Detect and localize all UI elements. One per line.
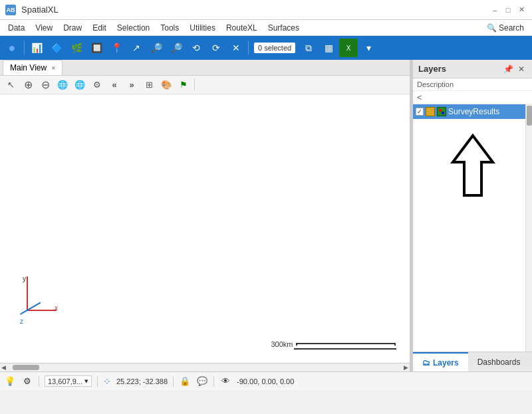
toolbar-btn-5[interactable]: 📍 (107, 39, 126, 57)
menu-routexl[interactable]: RouteXL (221, 20, 263, 35)
globe-btn-2[interactable]: 🌐 (72, 76, 88, 92)
main-view-tab[interactable]: Main View × (3, 60, 63, 75)
search-menu-item[interactable]: 🔍 Search (481, 20, 529, 35)
layers-panel-header: Layers 📌 ✕ (413, 60, 532, 78)
map-hscroll[interactable]: ◀ ▶ (0, 363, 410, 371)
menu-view[interactable]: View (30, 20, 58, 35)
zoom-out-btn[interactable]: ⊖ (37, 76, 53, 92)
status-light-icon[interactable]: 💡 (4, 375, 16, 387)
title-bar: AB SpatialXL – □ ✕ (0, 0, 532, 20)
toolbar-btn-11[interactable]: ✕ (227, 39, 245, 57)
panel-header-buttons: 📌 ✕ (503, 64, 527, 74)
z-axis-label: z (20, 318, 23, 325)
check-icon: ✓ (417, 108, 422, 115)
minimize-button[interactable]: – (489, 5, 500, 15)
toolbar-btn-3[interactable]: 🌿 (67, 39, 86, 57)
map-canvas[interactable]: y x z 300km (0, 94, 410, 363)
map-toolbar-sep (194, 78, 195, 90)
toolbar-btn-2[interactable]: 🔷 (47, 39, 66, 57)
app-title: SpatialXL (21, 5, 59, 15)
toolbar-btn-excel[interactable]: X (339, 39, 358, 57)
main-content: Main View × ↖ ⊕ ⊖ 🌐 🌐 ⚙ « » ⊞ 🎨 ⚑ (0, 60, 532, 371)
toolbar-btn-1[interactable]: 📊 (27, 39, 46, 57)
close-button[interactable]: ✕ (516, 5, 527, 15)
up-arrow-annotation (450, 132, 496, 199)
toolbar-btn-4[interactable]: 🔲 (87, 39, 106, 57)
layer-folder-icon (426, 107, 435, 116)
menu-tools[interactable]: Tools (155, 20, 184, 35)
scroll-right-arrow[interactable]: ▶ (404, 364, 408, 371)
cursor-tool[interactable]: ↖ (3, 76, 19, 92)
vscroll-thumb[interactable] (527, 106, 532, 126)
layers-panel-title: Layers (418, 64, 446, 74)
coord-3-value: -90.00, 0.00, 0.00 (237, 377, 294, 385)
menu-data[interactable]: Data (3, 20, 30, 35)
zoom-in-btn[interactable]: ⊕ (20, 76, 36, 92)
menu-surfaces[interactable]: Surfaces (263, 20, 305, 35)
window-controls: – □ ✕ (489, 5, 527, 15)
layers-body: ✓ SurveyResults (413, 104, 532, 352)
status-bar: 💡 ⚙ 13,607,9... ▾ ⁘ 25.223; -32.388 🔒 💬 … (0, 371, 532, 390)
x-axis-label: x (55, 304, 58, 312)
menu-draw[interactable]: Draw (58, 20, 87, 35)
status-sep-2 (97, 376, 98, 387)
map-section: Main View × ↖ ⊕ ⊖ 🌐 🌐 ⚙ « » ⊞ 🎨 ⚑ (0, 60, 410, 371)
coordinate-system-dropdown[interactable]: 13,607,9... ▾ (45, 375, 92, 387)
map-toolbar: ↖ ⊕ ⊖ 🌐 🌐 ⚙ « » ⊞ 🎨 ⚑ (0, 76, 410, 94)
scroll-left-arrow[interactable]: ◀ (1, 364, 6, 371)
toolbar-btn-6[interactable]: ↗ (127, 39, 146, 57)
settings-btn[interactable]: ⚙ (89, 76, 105, 92)
maximize-button[interactable]: □ (503, 5, 513, 15)
toolbar-btn-copy[interactable]: ⧉ (299, 39, 318, 57)
app-logo-button[interactable]: ● (3, 39, 21, 57)
layers-tab-icon: 🗂 (422, 358, 430, 367)
menu-utilities[interactable]: Utilities (184, 20, 221, 35)
lock-icon[interactable]: 🔒 (179, 375, 191, 387)
flag-btn[interactable]: ⚑ (176, 76, 192, 92)
dashboards-tab[interactable]: Dashboards (468, 352, 530, 371)
toolbar-btn-10[interactable]: ⟳ (207, 39, 225, 57)
toolbar-sep-2 (248, 41, 249, 54)
y-axis-label: y (23, 275, 26, 282)
scale-bar: 300km (270, 340, 396, 350)
layer-item-surveyresults[interactable]: ✓ SurveyResults (413, 104, 532, 119)
color-btn[interactable]: 🎨 (158, 76, 174, 92)
collapse-arrow[interactable]: < (413, 91, 532, 104)
status-sep-3 (173, 376, 174, 387)
prev-btn[interactable]: « (106, 76, 122, 92)
layers-tab[interactable]: 🗂 Layers (413, 352, 468, 371)
bottom-tabs: 🗂 Layers Dashboards (413, 352, 532, 371)
menu-selection[interactable]: Selection (112, 20, 155, 35)
scroll-thumb[interactable] (13, 365, 39, 370)
grid-btn[interactable]: ⊞ (141, 76, 157, 92)
tab-bar: Main View × (0, 60, 410, 76)
pin-button[interactable]: 📌 (503, 64, 513, 74)
layers-vscroll[interactable] (525, 104, 532, 352)
description-label: Description (413, 78, 532, 91)
globe-btn-1[interactable]: 🌐 (55, 76, 70, 92)
main-toolbar: ● 📊 🔷 🌿 🔲 📍 ↗ 🔎 🔎 ⟲ ⟳ ✕ 0 selected ⧉ ▦ X… (0, 36, 532, 60)
layers-panel: Layers 📌 ✕ Description < ✓ SurveyResults (412, 60, 532, 371)
layer-type-icon (437, 107, 446, 116)
toolbar-btn-7[interactable]: 🔎 (147, 39, 166, 57)
svg-marker-0 (453, 136, 493, 195)
toolbar-btn-8[interactable]: 🔎 (167, 39, 186, 57)
next-btn[interactable]: » (124, 76, 140, 92)
coordinate-axes: y x z (20, 276, 60, 323)
status-sep-4 (213, 376, 214, 387)
layer-name: SurveyResults (448, 107, 529, 116)
menu-edit[interactable]: Edit (87, 20, 112, 35)
selection-count: 0 selected (254, 43, 295, 53)
layer-checkbox[interactable]: ✓ (416, 108, 424, 116)
status-gear-icon[interactable]: ⚙ (21, 375, 33, 387)
coord-1-value: 13,607,9... (48, 377, 82, 385)
toolbar-btn-9[interactable]: ⟲ (187, 39, 205, 57)
toolbar-btn-table[interactable]: ▦ (319, 39, 338, 57)
status-sep-1 (39, 376, 39, 387)
toolbar-dropdown[interactable]: ▾ (359, 39, 378, 57)
chat-icon[interactable]: 💬 (196, 375, 208, 387)
eye-icon: 👁 (219, 375, 231, 387)
tab-close-icon[interactable]: × (51, 64, 55, 72)
coord-dots-icon: ⁘ (103, 376, 111, 387)
close-panel-button[interactable]: ✕ (516, 64, 527, 74)
